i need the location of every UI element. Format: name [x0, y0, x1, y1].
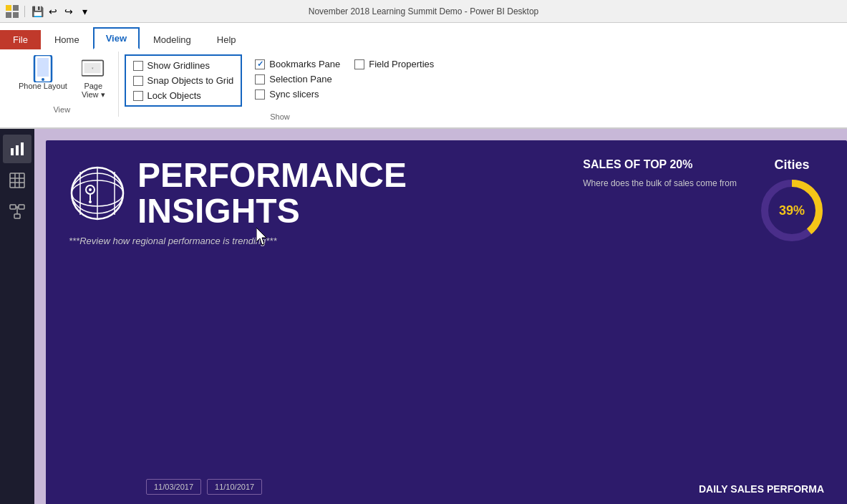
show-gridlines-label: Show Gridlines — [147, 60, 210, 71]
selection-pane-row[interactable]: Selection Pane — [255, 74, 340, 84]
window-title: November 2018 Learning Summit Demo - Pow… — [309, 6, 538, 16]
ribbon-content: Phone Layout ▾ PageView ▾ View — [0, 49, 847, 127]
tab-view[interactable]: View — [93, 27, 140, 49]
dropdown-icon[interactable]: ▾ — [78, 5, 91, 18]
undo-icon[interactable]: ↩ — [47, 5, 59, 18]
svg-rect-1 — [13, 5, 19, 11]
view-group-label: View — [53, 102, 70, 114]
show-col2: Bookmarks Pane Selection Pane Sync slice… — [248, 54, 347, 107]
page-view-label: PageView ▾ — [82, 82, 105, 100]
report-right-panels: SALES OF TOP 20% Where does the bulk of … — [583, 158, 824, 243]
phone-layout-icon — [32, 57, 54, 80]
svg-rect-11 — [16, 145, 19, 155]
snap-objects-label: Snap Objects to Grid — [147, 75, 234, 86]
page-view-button[interactable]: ▾ PageView ▾ — [77, 54, 110, 102]
sidebar-item-table[interactable] — [3, 166, 32, 195]
bookmarks-pane-row[interactable]: Bookmarks Pane — [255, 59, 340, 69]
svg-point-30 — [89, 188, 92, 191]
svg-rect-19 — [19, 205, 24, 209]
svg-rect-10 — [11, 148, 14, 155]
show-checkboxes-row: Show Gridlines Snap Objects to Grid Lock… — [119, 52, 442, 110]
ribbon-group-view: Phone Layout ▾ PageView ▾ View — [6, 52, 119, 117]
field-props-col: Field Properties — [347, 54, 441, 107]
main-container: PERFORMANCE INSIGHTS ***Review how regio… — [0, 129, 847, 504]
daily-sales-label: DAILY SALES PERFORMA — [699, 483, 824, 495]
sidebar — [0, 129, 34, 504]
donut-chart: 39% — [760, 178, 824, 243]
lock-objects-label: Lock Objects — [147, 90, 201, 101]
bookmarks-pane-label: Bookmarks Pane — [269, 59, 340, 69]
svg-rect-13 — [10, 173, 24, 188]
view-icons: Phone Layout ▾ PageView ▾ — [14, 54, 110, 102]
svg-point-6 — [42, 78, 44, 81]
model-icon — [9, 204, 25, 220]
selection-pane-label: Selection Pane — [269, 74, 331, 84]
canvas-area: PERFORMANCE INSIGHTS ***Review how regio… — [34, 129, 847, 504]
sales-label: SALES OF TOP 20% — [583, 158, 737, 171]
phone-layout-button[interactable]: Phone Layout — [14, 54, 72, 93]
svg-text:▾: ▾ — [92, 66, 94, 70]
cities-title: Cities — [774, 158, 809, 173]
donut-label: 39% — [779, 203, 805, 218]
svg-rect-20 — [14, 214, 20, 218]
title-bar: 💾 ↩ ↪ ▾ November 2018 Learning Summit De… — [0, 0, 847, 23]
field-properties-checkbox[interactable] — [354, 59, 364, 69]
tab-home[interactable]: Home — [42, 29, 92, 49]
show-group-label: Show — [119, 110, 442, 122]
redo-icon[interactable]: ↪ — [62, 5, 75, 18]
bar-chart-icon — [9, 141, 25, 157]
show-col1: Show Gridlines Snap Objects to Grid Lock… — [125, 54, 243, 107]
title-bar-icons: 💾 ↩ ↪ ▾ — [6, 5, 91, 18]
tab-help[interactable]: Help — [205, 29, 248, 49]
bookmarks-pane-checkbox[interactable] — [255, 59, 265, 69]
show-group-container: Show Gridlines Snap Objects to Grid Lock… — [119, 52, 442, 122]
date-btn-2[interactable]: 11/10/2017 — [207, 479, 262, 495]
svg-rect-18 — [10, 205, 16, 209]
svg-rect-0 — [6, 5, 11, 11]
svg-point-32 — [89, 200, 92, 203]
page-view-icon: ▾ — [82, 57, 105, 80]
show-gridlines-checkbox[interactable] — [133, 61, 143, 71]
ribbon-tabs: File Home View Modeling Help — [0, 23, 847, 49]
tab-modeling[interactable]: Modeling — [141, 29, 203, 49]
selection-pane-checkbox[interactable] — [255, 74, 265, 84]
sync-slicers-row[interactable]: Sync slicers — [255, 89, 340, 100]
lock-objects-row[interactable]: Lock Objects — [133, 90, 234, 101]
save-icon[interactable]: 💾 — [31, 5, 44, 18]
app-icon — [6, 5, 19, 18]
sales-desc: Where does the bulk of sales come from — [583, 177, 737, 190]
svg-rect-5 — [37, 58, 49, 77]
cities-donut: Cities 39% — [760, 158, 824, 243]
sync-slicers-label: Sync slicers — [269, 89, 319, 100]
sales-panel: SALES OF TOP 20% Where does the bulk of … — [583, 158, 737, 243]
separator — [24, 6, 25, 17]
sidebar-item-model[interactable] — [3, 198, 32, 226]
phone-layout-label: Phone Layout — [19, 82, 67, 90]
date-buttons: 11/03/2017 11/10/2017 — [146, 479, 262, 495]
svg-rect-2 — [6, 12, 11, 18]
show-gridlines-row[interactable]: Show Gridlines — [133, 60, 234, 71]
ribbon: File Home View Modeling Help Phone Layou… — [0, 23, 847, 129]
date-btn-1[interactable]: 11/03/2017 — [146, 479, 201, 495]
report-title: PERFORMANCE INSIGHTS — [137, 158, 407, 230]
report-canvas: PERFORMANCE INSIGHTS ***Review how regio… — [46, 140, 847, 504]
sync-slicers-checkbox[interactable] — [255, 89, 265, 100]
tab-file[interactable]: File — [0, 30, 41, 49]
svg-rect-3 — [13, 12, 19, 18]
lock-objects-checkbox[interactable] — [133, 91, 143, 101]
snap-objects-row[interactable]: Snap Objects to Grid — [133, 75, 234, 86]
field-properties-label: Field Properties — [369, 59, 434, 69]
svg-rect-12 — [21, 142, 24, 155]
field-properties-row[interactable]: Field Properties — [354, 59, 434, 69]
table-icon — [9, 173, 25, 188]
sidebar-item-chart[interactable] — [3, 135, 32, 163]
globe-icon — [69, 165, 126, 222]
report-title-block: PERFORMANCE INSIGHTS — [137, 158, 407, 230]
snap-objects-checkbox[interactable] — [133, 76, 143, 86]
